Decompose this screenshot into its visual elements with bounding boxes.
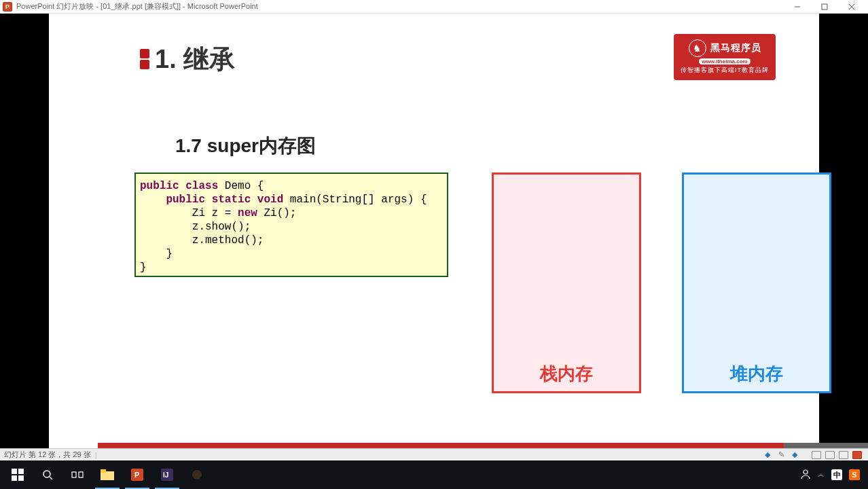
svg-rect-6	[12, 475, 17, 481]
people-icon[interactable]	[800, 469, 811, 482]
heap-memory-box: 堆内存	[682, 173, 831, 393]
next-slide-button[interactable]: ◆	[789, 450, 801, 460]
task-view-button[interactable]	[62, 460, 92, 489]
svg-point-19	[803, 470, 808, 474]
minimize-button[interactable]	[784, 0, 811, 14]
stack-label: 栈内存	[540, 362, 593, 386]
svg-rect-11	[79, 472, 83, 477]
svg-point-8	[43, 471, 50, 477]
horse-icon: ♞	[689, 39, 706, 57]
prev-slide-button[interactable]: ◆	[761, 450, 774, 460]
heading-decor-icon	[140, 48, 149, 71]
heap-label: 堆内存	[730, 362, 783, 386]
intellij-taskbar[interactable]: IJ	[152, 460, 182, 489]
file-explorer-taskbar[interactable]	[92, 460, 122, 489]
powerpoint-taskbar[interactable]: P	[122, 460, 152, 489]
window-title: PowerPoint 幻灯片放映 - [01_继承.ppt [兼容模式]] - …	[16, 1, 784, 12]
taskbar: P IJ ︿ 中 S	[0, 460, 868, 489]
powerpoint-icon: P	[3, 2, 12, 12]
tray-chevron-up-icon[interactable]: ︿	[818, 470, 825, 479]
svg-text:IJ: IJ	[163, 471, 168, 479]
slide-heading: 1. 继承	[155, 42, 235, 77]
slide: 1. 继承 ♞ 黑马程序员 www.itheima.com 传智播客旗下高端IT…	[49, 14, 819, 448]
search-button[interactable]	[33, 460, 62, 489]
svg-rect-5	[18, 469, 24, 474]
code-block: public class Demo { public static void m…	[134, 173, 448, 277]
normal-view-button[interactable]	[810, 450, 822, 460]
slideshow-view-button[interactable]	[851, 450, 863, 460]
close-button[interactable]	[838, 0, 865, 14]
svg-rect-1	[822, 4, 827, 10]
window-controls	[784, 0, 865, 14]
slide-subheading: 1.7 super内存图	[175, 133, 316, 159]
svg-line-9	[50, 477, 52, 479]
titlebar: P PowerPoint 幻灯片放映 - [01_继承.ppt [兼容模式]] …	[0, 0, 868, 14]
stack-memory-box: 栈内存	[492, 173, 641, 393]
sogou-ime-icon[interactable]: S	[849, 469, 860, 480]
accent-bar	[98, 443, 784, 448]
unknown-taskbar-app[interactable]	[182, 460, 212, 489]
slide-show-area[interactable]: 1. 继承 ♞ 黑马程序员 www.itheima.com 传智播客旗下高端IT…	[0, 14, 868, 448]
svg-rect-7	[18, 475, 24, 481]
svg-text:P: P	[134, 471, 139, 479]
svg-rect-10	[72, 472, 76, 477]
accent-bar-grey	[784, 443, 868, 448]
statusbar: 幻灯片 第 12 张，共 29 张 | ◆ ✎ ◆	[0, 448, 868, 460]
start-button[interactable]	[3, 460, 33, 489]
slide-counter: 幻灯片 第 12 张，共 29 张	[4, 450, 91, 460]
brand-name: 黑马程序员	[710, 42, 761, 54]
svg-rect-4	[12, 469, 17, 474]
pen-tool-button[interactable]: ✎	[775, 450, 787, 460]
maximize-button[interactable]	[811, 0, 838, 14]
svg-rect-13	[101, 469, 106, 473]
brand-logo: ♞ 黑马程序员 www.itheima.com 传智播客旗下高端IT教育品牌	[674, 34, 776, 80]
brand-slogan: 传智播客旗下高端IT教育品牌	[681, 66, 769, 75]
svg-point-18	[192, 470, 202, 479]
ime-indicator[interactable]: 中	[831, 469, 842, 480]
reading-view-button[interactable]	[837, 450, 850, 460]
sorter-view-button[interactable]	[824, 450, 836, 460]
brand-url: www.itheima.com	[699, 58, 750, 65]
system-tray: ︿ 中 S	[795, 469, 865, 482]
